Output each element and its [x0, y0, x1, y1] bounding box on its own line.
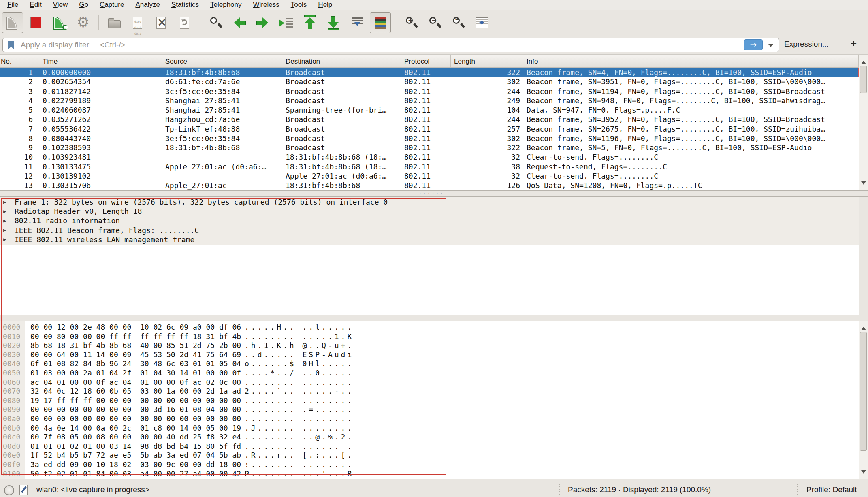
scrollbar-thumb[interactable]: [860, 66, 867, 93]
colorize-packets-button[interactable]: [370, 12, 391, 33]
hex-row[interactable]: 001000 00 80 00 00 00 ff ff ff ff ff ff …: [0, 332, 859, 341]
hex-row[interactable]: 00208b 68 18 31 bf 4b 8b 68 40 00 85 51 …: [0, 341, 859, 350]
detail-row[interactable]: IEEE 802.11 Beacon frame, Flags: .......…: [0, 226, 859, 235]
hex-row[interactable]: 003000 00 64 00 11 14 00 09 45 53 50 2d …: [0, 350, 859, 360]
packet-row[interactable]: 100.10392348118:31:bf:4b:8b:68 (18:…802.…: [0, 152, 859, 162]
zoom-out-button[interactable]: [424, 12, 446, 33]
scroll-down-icon[interactable]: [861, 181, 866, 187]
reload-file-button[interactable]: [174, 12, 195, 33]
packet-row[interactable]: 130.130315706Apple_27:01:ac18:31:bf:4b:8…: [0, 181, 859, 190]
cell-protocol: 802.11: [401, 124, 451, 134]
column-header-length[interactable]: Length: [451, 55, 523, 67]
detail-row[interactable]: Frame 1: 322 bytes on wire (2576 bits), …: [0, 197, 859, 207]
go-last-packet-button[interactable]: [323, 12, 344, 33]
column-header-source[interactable]: Source: [162, 55, 282, 67]
auto-scroll-button[interactable]: [346, 12, 367, 33]
menu-statistics[interactable]: Statistics: [166, 1, 205, 9]
expert-info-icon[interactable]: [4, 485, 14, 495]
display-filter-input[interactable]: [3, 38, 779, 52]
start-capture-button[interactable]: [2, 12, 23, 33]
hex-row[interactable]: 008019 17 ff ff ff 00 00 00 00 00 00 00 …: [0, 396, 859, 405]
scroll-down-icon[interactable]: [861, 470, 866, 476]
menu-telephony[interactable]: Telephony: [205, 1, 247, 9]
bytes-scrollbar[interactable]: [859, 321, 868, 479]
save-file-button[interactable]: [127, 12, 148, 33]
splitter-details-bytes[interactable]: [0, 315, 868, 321]
expander-icon[interactable]: [3, 237, 15, 242]
apply-filter-button[interactable]: →: [744, 39, 763, 50]
menu-analyze[interactable]: Analyze: [130, 1, 165, 9]
column-header-info[interactable]: Info: [523, 55, 859, 67]
packet-row[interactable]: 80.0804437403e:f5:cc:0e:35:84Broadcast80…: [0, 134, 859, 143]
capture-options-button[interactable]: [73, 12, 94, 33]
menu-wireless[interactable]: Wireless: [247, 1, 285, 9]
profile-status[interactable]: Profile: Default: [806, 485, 857, 494]
find-packet-button[interactable]: [205, 12, 226, 33]
go-back-button[interactable]: [229, 12, 250, 33]
packet-row[interactable]: 60.035271262Hangzhou_cd:7a:6eBroadcast80…: [0, 115, 859, 124]
restart-capture-button[interactable]: [49, 12, 70, 33]
packet-list-scrollbar[interactable]: [859, 55, 868, 190]
hex-row[interactable]: 00d001 01 01 02 01 00 03 14 98 d8 bd b4 …: [0, 442, 859, 451]
hex-row[interactable]: 00b000 4a 0e 14 00 0a 00 2c 01 c8 00 14 …: [0, 424, 859, 433]
hex-row[interactable]: 00406f 01 08 82 84 8b 96 24 30 48 6c 03 …: [0, 359, 859, 369]
zoom-in-button[interactable]: [401, 12, 422, 33]
hex-row[interactable]: 000000 00 12 00 2e 48 00 00 10 02 6c 09 …: [0, 323, 859, 332]
packet-row[interactable]: 30.0118271423c:f5:cc:0e:35:84Broadcast80…: [0, 87, 859, 96]
expander-icon[interactable]: [3, 227, 15, 233]
hex-row[interactable]: 00f03a ed dd 09 00 10 18 02 03 00 9c 00 …: [0, 460, 859, 469]
packet-row[interactable]: 120.130139102Apple_27:01:ac (d0:a6:…802.…: [0, 171, 859, 181]
scroll-up-icon[interactable]: [861, 58, 866, 64]
hex-row[interactable]: 009000 00 00 00 00 00 00 00 00 3d 16 01 …: [0, 405, 859, 414]
zoom-reset-button[interactable]: [448, 12, 469, 33]
go-first-packet-button[interactable]: [299, 12, 320, 33]
column-header-protocol[interactable]: Protocol: [401, 55, 451, 67]
hex-row[interactable]: 007032 04 0c 12 18 60 0b 05 03 00 1a 00 …: [0, 387, 859, 396]
scroll-up-icon[interactable]: [861, 324, 866, 330]
expander-icon[interactable]: [3, 209, 15, 214]
menu-view[interactable]: View: [47, 1, 74, 9]
hex-row[interactable]: 00a000 00 00 00 00 00 00 00 00 00 00 00 …: [0, 414, 859, 424]
hex-ascii: 2....`.. .....-..: [245, 387, 354, 395]
go-to-packet-button[interactable]: [276, 12, 297, 33]
menu-capture[interactable]: Capture: [94, 1, 130, 9]
hex-offset: 0090: [3, 405, 20, 414]
menu-help[interactable]: Help: [312, 1, 338, 9]
menu-file[interactable]: File: [2, 1, 24, 9]
expression-button[interactable]: Expression...: [784, 40, 829, 49]
menu-tools[interactable]: Tools: [285, 1, 313, 9]
cell-destination: 18:31:bf:4b:8b:68: [282, 181, 401, 190]
hex-row[interactable]: 010050 f2 02 01 01 84 00 03 a4 00 00 27 …: [0, 469, 859, 479]
packet-row[interactable]: 50.024060087Shanghai_27:85:41Spanning-tr…: [0, 105, 859, 115]
menu-edit[interactable]: Edit: [24, 1, 47, 9]
filter-dropdown-caret[interactable]: [768, 44, 773, 49]
hex-row[interactable]: 00e01f 52 b4 b5 b7 72 ae e5 5b ab 3a ed …: [0, 451, 859, 460]
go-forward-button[interactable]: [252, 12, 273, 33]
hex-row[interactable]: 005001 03 00 00 2a 01 04 2f 01 04 30 14 …: [0, 369, 859, 378]
open-file-button[interactable]: [104, 12, 125, 33]
packet-row[interactable]: 20.002654354d6:61:fe:cd:7a:6eBroadcast80…: [0, 77, 859, 86]
expander-icon[interactable]: [3, 218, 15, 224]
packet-row[interactable]: 40.022799189Shanghai_27:85:41Broadcast80…: [0, 96, 859, 105]
expander-icon[interactable]: [3, 199, 15, 205]
packet-row[interactable]: 90.10238859318:31:bf:4b:8b:68Broadcast80…: [0, 143, 859, 152]
packet-row[interactable]: 70.055536422Tp-LinkT_ef:48:88Broadcast80…: [0, 124, 859, 134]
splitter-list-details[interactable]: [0, 190, 868, 197]
scrollbar-thumb[interactable]: [860, 332, 867, 451]
capture-comment-icon[interactable]: [19, 485, 28, 495]
detail-row[interactable]: 802.11 radio information: [0, 216, 859, 225]
menu-go[interactable]: Go: [73, 1, 94, 9]
column-header-no[interactable]: No.: [0, 55, 38, 67]
column-header-destination[interactable]: Destination: [282, 55, 401, 67]
detail-row[interactable]: Radiotap Header v0, Length 18: [0, 207, 859, 216]
detail-row[interactable]: IEEE 802.11 wireless LAN management fram…: [0, 235, 859, 244]
hex-row[interactable]: 0060ac 04 01 00 00 0f ac 04 01 00 00 0f …: [0, 378, 859, 387]
hex-row[interactable]: 00c000 7f 08 05 00 08 00 00 00 00 40 dd …: [0, 433, 859, 442]
resize-columns-button[interactable]: [471, 12, 493, 33]
stop-capture-button[interactable]: [26, 12, 47, 33]
close-file-button[interactable]: [151, 12, 172, 33]
packet-row[interactable]: 110.130133475Apple_27:01:ac (d0:a6:…18:3…: [0, 162, 859, 171]
packet-row[interactable]: 10.00000000018:31:bf:4b:8b:68Broadcast80…: [0, 68, 859, 77]
column-header-time[interactable]: Time: [38, 55, 162, 67]
add-filter-button[interactable]: +: [851, 37, 857, 50]
